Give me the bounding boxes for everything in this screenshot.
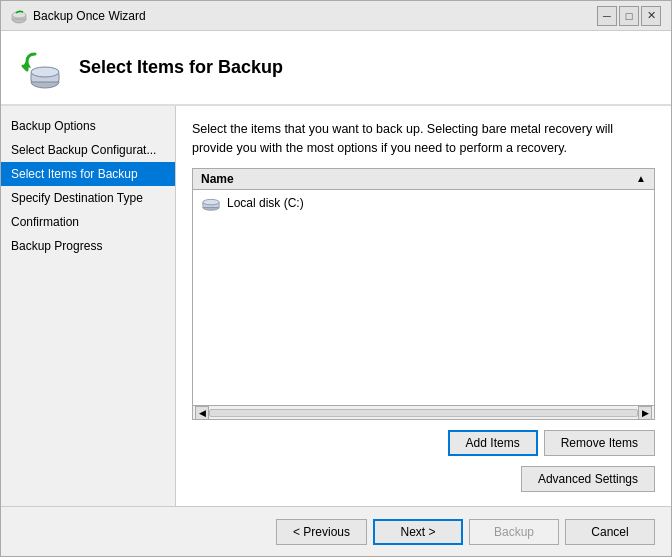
- header-icon: [17, 44, 65, 92]
- wizard-footer: < Previous Next > Backup Cancel: [1, 506, 671, 556]
- next-button[interactable]: Next >: [373, 519, 463, 545]
- wizard-header: Select Items for Backup: [1, 31, 671, 106]
- title-bar: Backup Once Wizard ─ □ ✕: [1, 1, 671, 31]
- advanced-settings-button[interactable]: Advanced Settings: [521, 466, 655, 492]
- page-title: Select Items for Backup: [79, 57, 283, 78]
- app-icon: [11, 8, 27, 24]
- disk-drive-icon: [201, 195, 221, 211]
- sidebar: Backup OptionsSelect Backup Configurat..…: [1, 106, 176, 506]
- wizard-content: Backup OptionsSelect Backup Configurat..…: [1, 106, 671, 506]
- scroll-left-button[interactable]: ◀: [195, 406, 209, 420]
- items-list-header: Name ▲: [193, 169, 654, 190]
- sidebar-item-select-items[interactable]: Select Items for Backup: [1, 162, 175, 186]
- maximize-button[interactable]: □: [619, 6, 639, 26]
- wizard-window: Backup Once Wizard ─ □ ✕ Select Items fo…: [0, 0, 672, 557]
- items-panel: Name ▲ Local disk (C:) ◀ ▶: [192, 168, 655, 421]
- svg-point-9: [203, 199, 219, 204]
- main-panel: Select the items that you want to back u…: [176, 106, 671, 506]
- previous-button[interactable]: < Previous: [276, 519, 367, 545]
- advanced-row: Advanced Settings: [192, 466, 655, 492]
- name-column-header: Name: [201, 172, 234, 186]
- title-bar-title: Backup Once Wizard: [33, 9, 146, 23]
- sidebar-item-backup-options[interactable]: Backup Options: [1, 114, 175, 138]
- sort-icon[interactable]: ▲: [636, 173, 646, 184]
- list-item-label: Local disk (C:): [227, 196, 304, 210]
- cancel-button[interactable]: Cancel: [565, 519, 655, 545]
- sidebar-item-backup-progress[interactable]: Backup Progress: [1, 234, 175, 258]
- scroll-right-button[interactable]: ▶: [638, 406, 652, 420]
- list-item[interactable]: Local disk (C:): [193, 192, 654, 214]
- title-bar-controls: ─ □ ✕: [597, 6, 661, 26]
- items-list: Local disk (C:): [193, 190, 654, 406]
- svg-point-2: [12, 12, 26, 18]
- horizontal-scrollbar[interactable]: ◀ ▶: [193, 405, 654, 419]
- scrollbar-track[interactable]: [209, 409, 638, 417]
- minimize-button[interactable]: ─: [597, 6, 617, 26]
- remove-items-button[interactable]: Remove Items: [544, 430, 655, 456]
- svg-point-5: [31, 67, 59, 77]
- title-bar-left: Backup Once Wizard: [11, 8, 146, 24]
- sidebar-item-select-backup-config[interactable]: Select Backup Configurat...: [1, 138, 175, 162]
- sidebar-item-confirmation[interactable]: Confirmation: [1, 210, 175, 234]
- backup-button[interactable]: Backup: [469, 519, 559, 545]
- add-items-button[interactable]: Add Items: [448, 430, 538, 456]
- description-text: Select the items that you want to back u…: [192, 120, 655, 158]
- close-button[interactable]: ✕: [641, 6, 661, 26]
- items-buttons-row: Add Items Remove Items: [192, 430, 655, 456]
- sidebar-item-specify-destination[interactable]: Specify Destination Type: [1, 186, 175, 210]
